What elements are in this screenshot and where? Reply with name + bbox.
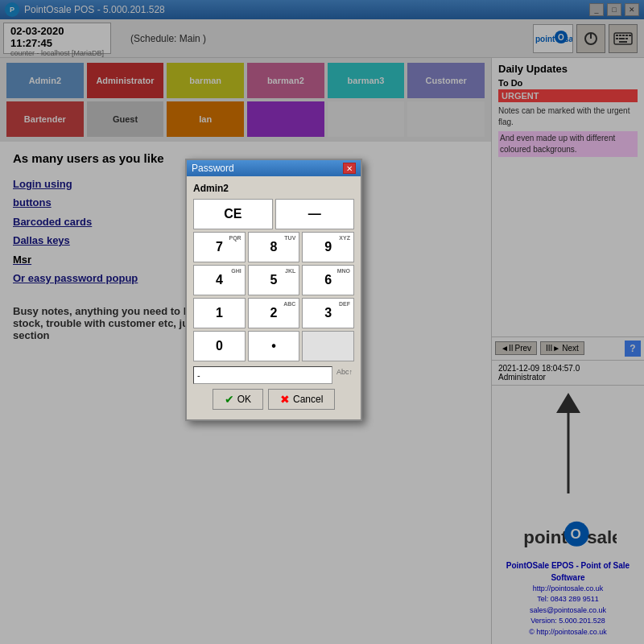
ok-icon: ✔ [225, 393, 234, 406]
dialog-titlebar: Password ✕ [187, 160, 361, 176]
numpad-6[interactable]: MNO 6 [302, 265, 354, 295]
numpad-empty [302, 331, 354, 361]
display-row: Abc↑ [193, 366, 354, 384]
numpad-4[interactable]: GHI 4 [193, 265, 246, 295]
numpad-9[interactable]: XYZ 9 [302, 232, 354, 262]
dialog-username: Admin2 [193, 183, 354, 194]
ok-label: OK [237, 394, 251, 405]
password-dialog: Password ✕ Admin2 CE — PQR 7 [185, 159, 362, 421]
cancel-icon: ✖ [280, 393, 290, 406]
numpad-0[interactable]: 0 [193, 331, 246, 361]
dash-button[interactable]: — [275, 199, 355, 229]
ok-button[interactable]: ✔ OK [213, 389, 263, 410]
cancel-label: Cancel [293, 394, 323, 405]
numpad-dot[interactable]: • [248, 331, 300, 361]
ce-label: CE [224, 208, 242, 221]
ce-button[interactable]: CE [193, 199, 273, 229]
cancel-button[interactable]: ✖ Cancel [268, 389, 335, 410]
numpad: PQR 7 TUV 8 XYZ 9 GHI 4 JKL 5 [193, 232, 354, 361]
password-display-input[interactable] [193, 366, 332, 384]
dash-label: — [308, 208, 321, 221]
numpad-2[interactable]: ABC 2 [248, 298, 300, 328]
dialog-title: Password [192, 163, 234, 174]
dialog-buttons: ✔ OK ✖ Cancel [193, 389, 354, 413]
numpad-5[interactable]: JKL 5 [248, 265, 300, 295]
dialog-body: Admin2 CE — PQR 7 TUV 8 [187, 176, 361, 419]
numpad-3[interactable]: DEF 3 [302, 298, 354, 328]
numpad-8[interactable]: TUV 8 [248, 232, 300, 262]
numpad-7[interactable]: PQR 7 [193, 232, 246, 262]
numpad-1[interactable]: 1 [193, 298, 246, 328]
numpad-top-row: CE — [193, 199, 354, 229]
display-hint: Abc↑ [335, 366, 354, 384]
modal-overlay: Password ✕ Admin2 CE — PQR 7 [0, 0, 644, 644]
dialog-close-button[interactable]: ✕ [343, 163, 356, 174]
